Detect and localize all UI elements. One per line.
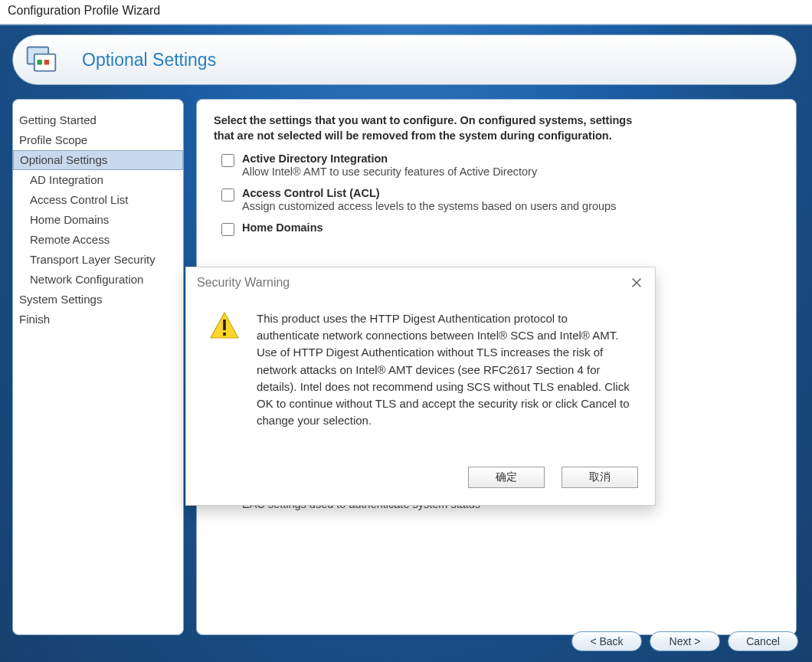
sidebar-item-system-settings[interactable]: System Settings — [13, 290, 183, 310]
sidebar-item-network-configuration[interactable]: Network Configuration — [13, 270, 183, 290]
sidebar-item-optional-settings[interactable]: Optional Settings — [13, 150, 183, 170]
cancel-button[interactable]: Cancel — [728, 631, 798, 651]
svg-rect-3 — [44, 60, 49, 64]
dialog-title: Security Warning — [197, 276, 290, 290]
option-text: Active Directory Integration Allow Intel… — [242, 152, 537, 178]
option-title: Active Directory Integration — [242, 152, 537, 165]
sidebar-item-finish[interactable]: Finish — [13, 310, 183, 329]
checkbox-ad-integration[interactable] — [221, 154, 234, 167]
sidebar-item-access-control-list[interactable]: Access Control List — [13, 190, 183, 210]
security-warning-dialog: Security Warning This product uses the H… — [185, 267, 656, 506]
dialog-body: This product uses the HTTP Digest Authen… — [186, 297, 655, 429]
sidebar-item-remote-access[interactable]: Remote Access — [13, 230, 183, 250]
intro-line2: that are not selected will be removed fr… — [214, 129, 612, 142]
close-icon[interactable] — [629, 275, 644, 290]
sidebar-item-ad-integration[interactable]: AD Integration — [13, 170, 183, 190]
page-title: Optional Settings — [82, 50, 216, 70]
dialog-ok-button[interactable]: 确定 — [468, 467, 545, 488]
svg-rect-6 — [223, 333, 226, 336]
warning-icon — [209, 310, 243, 429]
sidebar-item-transport-layer-security[interactable]: Transport Layer Security — [13, 250, 183, 270]
sidebar-item-home-domains[interactable]: Home Domains — [13, 210, 183, 230]
option-text: Access Control List (ACL) Assign customi… — [242, 187, 616, 212]
dialog-message: This product uses the HTTP Digest Authen… — [257, 310, 632, 429]
checkbox-acl[interactable] — [221, 188, 234, 202]
sidebar-list: Getting Started Profile Scope Optional S… — [13, 110, 183, 329]
next-button[interactable]: Next > — [650, 631, 720, 651]
wizard-header: Optional Settings — [12, 34, 797, 85]
svg-rect-2 — [38, 60, 42, 64]
content-intro: Select the settings that you want to con… — [214, 113, 779, 143]
window-title: Configuration Profile Wizard — [8, 4, 160, 17]
dialog-cancel-button[interactable]: 取消 — [562, 467, 638, 488]
wizard-sidebar: Getting Started Profile Scope Optional S… — [12, 99, 184, 635]
window-titlebar: Configuration Profile Wizard — [0, 0, 812, 25]
option-text: Home Domains — [242, 221, 323, 234]
checkbox-home-domains[interactable] — [221, 223, 234, 236]
svg-rect-5 — [223, 320, 226, 330]
sidebar-item-getting-started[interactable]: Getting Started — [13, 110, 183, 130]
back-button[interactable]: < Back — [571, 631, 642, 651]
option-ad-integration: Active Directory Integration Allow Intel… — [214, 152, 779, 178]
option-desc: Assign customized access levels to the s… — [242, 200, 616, 212]
sidebar-item-profile-scope[interactable]: Profile Scope — [13, 130, 183, 150]
wizard-header-icon — [21, 39, 62, 80]
intro-line1: Select the settings that you want to con… — [214, 114, 632, 126]
option-acl: Access Control List (ACL) Assign customi… — [214, 187, 779, 212]
dialog-titlebar: Security Warning — [186, 267, 655, 297]
option-desc: Allow Intel® AMT to use security feature… — [242, 166, 537, 178]
option-title: Home Domains — [242, 221, 323, 234]
wizard-footer: < Back Next > Cancel — [571, 631, 798, 651]
option-home-domains: Home Domains — [214, 221, 779, 236]
option-title: Access Control List (ACL) — [242, 187, 616, 199]
dialog-buttons: 确定 取消 — [468, 467, 638, 488]
